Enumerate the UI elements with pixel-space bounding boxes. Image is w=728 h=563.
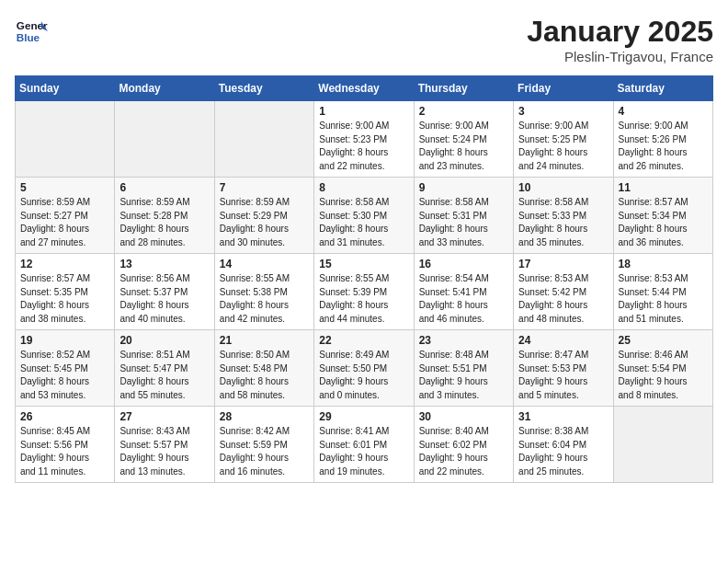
day-number: 14 <box>220 258 309 270</box>
day-number: 20 <box>119 334 209 347</box>
day-number: 26 <box>20 410 109 423</box>
calendar-cell: 28Sunrise: 8:42 AMSunset: 5:59 PMDayligh… <box>214 407 313 483</box>
calendar-cell: 23Sunrise: 8:48 AMSunset: 5:51 PMDayligh… <box>414 330 513 407</box>
calendar-cell: 17Sunrise: 8:53 AMSunset: 5:42 PMDayligh… <box>514 254 613 330</box>
calendar-cell: 27Sunrise: 8:43 AMSunset: 5:57 PMDayligh… <box>115 407 214 483</box>
day-info: Sunrise: 8:58 AMSunset: 5:30 PMDaylight:… <box>319 196 408 249</box>
calendar-week-row: 19Sunrise: 8:52 AMSunset: 5:45 PMDayligh… <box>16 330 713 407</box>
day-number: 5 <box>20 181 109 194</box>
calendar-cell: 1Sunrise: 9:00 AMSunset: 5:23 PMDaylight… <box>314 101 414 178</box>
day-info: Sunrise: 8:49 AMSunset: 5:50 PMDaylight:… <box>319 349 408 402</box>
day-number: 13 <box>119 258 209 270</box>
day-info: Sunrise: 8:53 AMSunset: 5:44 PMDaylight:… <box>619 272 708 326</box>
month-title: January 2025 <box>527 15 713 49</box>
calendar-cell: 10Sunrise: 8:58 AMSunset: 5:33 PMDayligh… <box>514 178 613 254</box>
day-info: Sunrise: 8:47 AMSunset: 5:53 PMDaylight:… <box>518 349 608 402</box>
calendar-week-row: 12Sunrise: 8:57 AMSunset: 5:35 PMDayligh… <box>16 254 713 330</box>
day-info: Sunrise: 8:43 AMSunset: 5:57 PMDaylight:… <box>119 425 209 478</box>
calendar-cell: 24Sunrise: 8:47 AMSunset: 5:53 PMDayligh… <box>514 330 613 407</box>
calendar-cell: 4Sunrise: 9:00 AMSunset: 5:26 PMDaylight… <box>613 101 712 178</box>
day-number: 16 <box>419 258 508 270</box>
title-block: January 2025 Pleslin-Trigavou, France <box>527 15 713 64</box>
logo-icon: General Blue <box>15 15 48 48</box>
calendar-cell: 29Sunrise: 8:41 AMSunset: 6:01 PMDayligh… <box>314 407 414 483</box>
day-number: 19 <box>20 334 109 347</box>
day-info: Sunrise: 8:57 AMSunset: 5:34 PMDaylight:… <box>619 196 708 249</box>
day-number: 8 <box>319 181 408 194</box>
day-number: 25 <box>619 334 708 347</box>
calendar-cell: 18Sunrise: 8:53 AMSunset: 5:44 PMDayligh… <box>613 254 712 330</box>
calendar-week-row: 1Sunrise: 9:00 AMSunset: 5:23 PMDaylight… <box>16 101 713 178</box>
calendar-cell: 26Sunrise: 8:45 AMSunset: 5:56 PMDayligh… <box>16 407 115 483</box>
calendar-cell: 25Sunrise: 8:46 AMSunset: 5:54 PMDayligh… <box>613 330 712 407</box>
day-info: Sunrise: 9:00 AMSunset: 5:23 PMDaylight:… <box>319 120 408 173</box>
calendar-cell: 3Sunrise: 9:00 AMSunset: 5:25 PMDaylight… <box>514 101 613 178</box>
day-number: 23 <box>419 334 508 347</box>
day-info: Sunrise: 8:46 AMSunset: 5:54 PMDaylight:… <box>619 349 708 402</box>
day-number: 22 <box>319 334 408 347</box>
day-number: 10 <box>518 181 608 194</box>
calendar-cell: 13Sunrise: 8:56 AMSunset: 5:37 PMDayligh… <box>115 254 214 330</box>
calendar-cell: 12Sunrise: 8:57 AMSunset: 5:35 PMDayligh… <box>16 254 115 330</box>
day-info: Sunrise: 8:55 AMSunset: 5:38 PMDaylight:… <box>220 272 309 326</box>
day-number: 29 <box>319 410 408 423</box>
calendar-cell: 31Sunrise: 8:38 AMSunset: 6:04 PMDayligh… <box>514 407 613 483</box>
calendar-cell <box>16 101 115 178</box>
day-info: Sunrise: 8:57 AMSunset: 5:35 PMDaylight:… <box>20 272 109 326</box>
calendar-cell: 20Sunrise: 8:51 AMSunset: 5:47 PMDayligh… <box>115 330 214 407</box>
day-info: Sunrise: 8:45 AMSunset: 5:56 PMDaylight:… <box>20 425 109 478</box>
day-info: Sunrise: 9:00 AMSunset: 5:24 PMDaylight:… <box>419 120 508 173</box>
calendar-cell <box>115 101 214 178</box>
day-number: 6 <box>119 181 209 194</box>
calendar-cell: 6Sunrise: 8:59 AMSunset: 5:28 PMDaylight… <box>115 178 214 254</box>
calendar-cell: 16Sunrise: 8:54 AMSunset: 5:41 PMDayligh… <box>414 254 513 330</box>
day-info: Sunrise: 8:59 AMSunset: 5:29 PMDaylight:… <box>220 196 309 249</box>
calendar-cell: 14Sunrise: 8:55 AMSunset: 5:38 PMDayligh… <box>214 254 313 330</box>
calendar-cell: 11Sunrise: 8:57 AMSunset: 5:34 PMDayligh… <box>613 178 712 254</box>
day-number: 28 <box>220 410 309 423</box>
calendar-cell <box>613 407 712 483</box>
day-number: 9 <box>419 181 508 194</box>
calendar-cell: 7Sunrise: 8:59 AMSunset: 5:29 PMDaylight… <box>214 178 313 254</box>
day-info: Sunrise: 8:55 AMSunset: 5:39 PMDaylight:… <box>319 272 408 326</box>
day-info: Sunrise: 8:54 AMSunset: 5:41 PMDaylight:… <box>419 272 508 326</box>
day-number: 30 <box>419 410 508 423</box>
weekday-header: Saturday <box>613 76 712 101</box>
day-info: Sunrise: 8:59 AMSunset: 5:28 PMDaylight:… <box>119 196 209 249</box>
calendar-cell: 22Sunrise: 8:49 AMSunset: 5:50 PMDayligh… <box>314 330 414 407</box>
calendar-cell: 19Sunrise: 8:52 AMSunset: 5:45 PMDayligh… <box>16 330 115 407</box>
day-info: Sunrise: 8:48 AMSunset: 5:51 PMDaylight:… <box>419 349 508 402</box>
day-info: Sunrise: 9:00 AMSunset: 5:26 PMDaylight:… <box>619 120 708 173</box>
day-info: Sunrise: 8:38 AMSunset: 6:04 PMDaylight:… <box>518 425 608 478</box>
day-info: Sunrise: 8:56 AMSunset: 5:37 PMDaylight:… <box>119 272 209 326</box>
calendar-cell: 21Sunrise: 8:50 AMSunset: 5:48 PMDayligh… <box>214 330 313 407</box>
weekday-header: Monday <box>115 76 214 101</box>
calendar-table: SundayMondayTuesdayWednesdayThursdayFrid… <box>15 75 713 483</box>
weekday-header: Sunday <box>16 76 115 101</box>
day-info: Sunrise: 8:41 AMSunset: 6:01 PMDaylight:… <box>319 425 408 478</box>
weekday-header: Wednesday <box>314 76 414 101</box>
day-number: 24 <box>518 334 608 347</box>
day-info: Sunrise: 8:40 AMSunset: 6:02 PMDaylight:… <box>419 425 508 478</box>
day-info: Sunrise: 8:52 AMSunset: 5:45 PMDaylight:… <box>20 349 109 402</box>
day-info: Sunrise: 9:00 AMSunset: 5:25 PMDaylight:… <box>518 120 608 173</box>
weekday-header: Thursday <box>414 76 513 101</box>
svg-text:Blue: Blue <box>17 31 40 43</box>
day-number: 15 <box>319 258 408 270</box>
calendar-cell <box>214 101 313 178</box>
day-number: 31 <box>518 410 608 423</box>
calendar-week-row: 26Sunrise: 8:45 AMSunset: 5:56 PMDayligh… <box>16 407 713 483</box>
day-number: 7 <box>220 181 309 194</box>
calendar-cell: 9Sunrise: 8:58 AMSunset: 5:31 PMDaylight… <box>414 178 513 254</box>
day-info: Sunrise: 8:53 AMSunset: 5:42 PMDaylight:… <box>518 272 608 326</box>
page-header: General Blue January 2025 Pleslin-Trigav… <box>15 15 713 64</box>
day-number: 27 <box>119 410 209 423</box>
day-number: 18 <box>619 258 708 270</box>
day-number: 17 <box>518 258 608 270</box>
day-info: Sunrise: 8:50 AMSunset: 5:48 PMDaylight:… <box>220 349 309 402</box>
calendar-cell: 15Sunrise: 8:55 AMSunset: 5:39 PMDayligh… <box>314 254 414 330</box>
day-number: 12 <box>20 258 109 270</box>
day-number: 1 <box>319 105 408 118</box>
calendar-cell: 5Sunrise: 8:59 AMSunset: 5:27 PMDaylight… <box>16 178 115 254</box>
day-number: 2 <box>419 105 508 118</box>
